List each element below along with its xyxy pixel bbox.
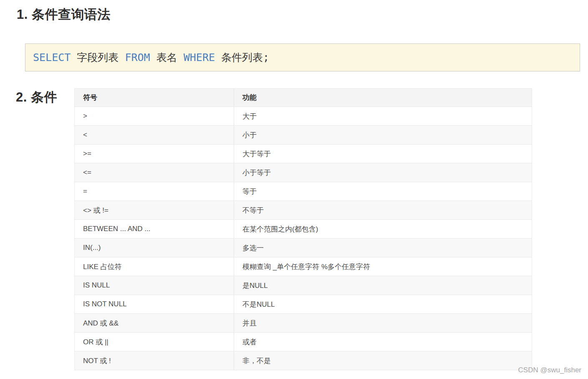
table-row: OR 或 || 或者 xyxy=(75,333,532,351)
sql-plain-fields: 字段列表 xyxy=(71,51,125,64)
column-header-symbol: 符号 xyxy=(75,89,234,107)
symbol-cell: LIKE 占位符 xyxy=(75,257,234,276)
table-row: <= 小于等于 xyxy=(75,163,532,182)
symbol-cell: IN(...) xyxy=(75,239,234,257)
table-row: = 等于 xyxy=(75,182,532,201)
symbol-cell: IS NOT NULL xyxy=(75,295,234,314)
symbol-cell: > xyxy=(75,107,234,126)
function-cell: 模糊查询 _单个任意字符 %多个任意字符 xyxy=(234,257,532,276)
sql-keyword-where: WHERE xyxy=(184,51,215,64)
symbol-cell: = xyxy=(75,182,234,201)
sql-keyword-select: SELECT xyxy=(33,51,71,64)
table-header-row: 符号 功能 xyxy=(75,89,532,107)
symbol-cell: IS NULL xyxy=(75,276,234,295)
table-row: NOT 或 ! 非，不是 xyxy=(75,351,532,370)
conditions-table: 符号 功能 > 大于 < 小于 >= 大于等于 <= 小于等于 = 等于 <> … xyxy=(74,88,532,370)
section-title-conditions: 2. 条件 xyxy=(16,89,57,106)
function-cell: 不等于 xyxy=(234,201,532,220)
function-cell: 小于等于 xyxy=(234,163,532,182)
function-cell: 或者 xyxy=(234,333,532,351)
symbol-cell: >= xyxy=(75,145,234,163)
sql-plain-table: 表名 xyxy=(150,51,184,64)
function-cell: 小于 xyxy=(234,126,532,145)
table-row: IS NULL 是NULL xyxy=(75,276,532,295)
function-cell: 在某个范围之内(都包含) xyxy=(234,220,532,239)
symbol-cell: < xyxy=(75,126,234,145)
sql-keyword-from: FROM xyxy=(125,51,150,64)
symbol-cell: <> 或 != xyxy=(75,201,234,220)
table-row: AND 或 && 并且 xyxy=(75,314,532,333)
table-row: IS NOT NULL 不是NULL xyxy=(75,295,532,314)
function-cell: 并且 xyxy=(234,314,532,333)
table-row: >= 大于等于 xyxy=(75,145,532,163)
function-cell: 非，不是 xyxy=(234,351,532,370)
csdn-watermark: CSDN @swu_fisher xyxy=(518,366,581,374)
symbol-cell: <= xyxy=(75,163,234,182)
table-row: < 小于 xyxy=(75,126,532,145)
section-title-syntax: 1. 条件查询语法 xyxy=(17,6,111,23)
column-header-function: 功能 xyxy=(234,89,532,107)
symbol-cell: NOT 或 ! xyxy=(75,351,234,370)
table-row: BETWEEN ... AND ... 在某个范围之内(都包含) xyxy=(75,220,532,239)
sql-plain-conditions: 条件列表; xyxy=(215,51,269,64)
table-row: > 大于 xyxy=(75,107,532,126)
sql-code-block: SELECT 字段列表 FROM 表名 WHERE 条件列表; xyxy=(25,43,580,71)
symbol-cell: BETWEEN ... AND ... xyxy=(75,220,234,239)
symbol-cell: AND 或 && xyxy=(75,314,234,333)
table-row: <> 或 != 不等于 xyxy=(75,201,532,220)
function-cell: 大于 xyxy=(234,107,532,126)
table-row: IN(...) 多选一 xyxy=(75,239,532,257)
function-cell: 是NULL xyxy=(234,276,532,295)
table-row: LIKE 占位符 模糊查询 _单个任意字符 %多个任意字符 xyxy=(75,257,532,276)
function-cell: 不是NULL xyxy=(234,295,532,314)
function-cell: 等于 xyxy=(234,182,532,201)
symbol-cell: OR 或 || xyxy=(75,333,234,351)
function-cell: 多选一 xyxy=(234,239,532,257)
function-cell: 大于等于 xyxy=(234,145,532,163)
